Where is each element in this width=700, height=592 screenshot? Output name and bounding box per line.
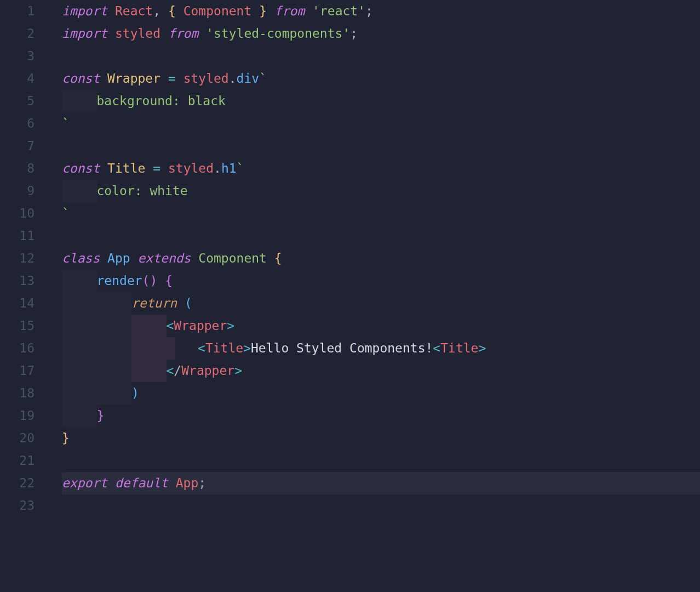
indent-guide (62, 405, 97, 427)
css-property: color: white (97, 184, 188, 198)
class-name: App (107, 251, 130, 265)
line-number: 5 (0, 90, 35, 112)
indent-guide (62, 382, 97, 405)
operator: = (153, 161, 160, 175)
string: 'react' (312, 4, 365, 18)
punctuation: . (214, 161, 221, 175)
code-line[interactable] (62, 494, 700, 517)
indent-guide (97, 360, 132, 382)
line-number: 12 (0, 247, 35, 270)
jsx-punct: < (198, 341, 205, 355)
brace: { (165, 274, 173, 288)
paren: ( (185, 296, 192, 310)
indent-guide (97, 382, 132, 405)
line-number: 20 (0, 427, 35, 449)
keyword-class: class (62, 251, 100, 265)
brace: { (274, 251, 282, 265)
code-line[interactable]: background: black (62, 90, 700, 112)
jsx-punct: / (174, 363, 181, 378)
line-number: 17 (0, 360, 35, 382)
line-number-gutter: 1 2 3 4 5 6 7 8 9 10 11 12 13 14 15 16 1… (0, 0, 47, 517)
method: render (97, 274, 142, 288)
code-editor[interactable]: 1 2 3 4 5 6 7 8 9 10 11 12 13 14 15 16 1… (0, 0, 700, 517)
jsx-text: Hello Styled Components! (251, 341, 433, 355)
code-line[interactable]: </Wrapper> (62, 360, 700, 382)
line-number: 19 (0, 405, 35, 427)
line-number: 6 (0, 112, 35, 135)
indent-guide (97, 315, 132, 337)
jsx-punct: > (234, 363, 242, 378)
jsx-punct: > (478, 341, 486, 355)
component: Component (198, 251, 267, 265)
indent-guide (62, 360, 97, 382)
string: 'styled-components' (206, 26, 350, 41)
line-number: 10 (0, 202, 35, 225)
line-number: 8 (0, 157, 35, 180)
line-number: 1 (0, 0, 35, 22)
paren: ) (131, 386, 139, 400)
code-line[interactable]: ) (62, 382, 700, 405)
code-line[interactable]: } (62, 427, 700, 449)
punctuation: . (229, 71, 237, 86)
brace: { (168, 4, 176, 18)
indent-guide (62, 270, 97, 292)
code-line[interactable]: render() { (62, 270, 700, 292)
indent-guide (62, 337, 97, 360)
indent-guide (97, 337, 132, 360)
identifier: styled (115, 26, 160, 41)
jsx-punct: < (433, 341, 440, 355)
line-number: 21 (0, 449, 35, 472)
indent-guide (62, 90, 97, 112)
backtick: ` (62, 206, 70, 220)
brace: } (97, 408, 105, 423)
code-line[interactable]: <Wrapper> (62, 315, 700, 337)
code-line[interactable] (62, 135, 700, 157)
brace: } (259, 4, 267, 18)
definition: Wrapper (107, 71, 160, 86)
keyword-default: default (115, 476, 168, 490)
keyword-const: const (62, 161, 100, 175)
function: div (237, 71, 260, 86)
line-number: 7 (0, 135, 35, 157)
code-line-active[interactable]: export default App; (62, 472, 700, 494)
line-number: 9 (0, 180, 35, 202)
code-line[interactable]: const Wrapper = styled.div` (62, 67, 700, 90)
line-number: 14 (0, 292, 35, 315)
code-line[interactable]: class App extends Component { (62, 247, 700, 270)
function: h1 (221, 161, 237, 175)
code-line[interactable] (62, 45, 700, 67)
line-number: 22 (0, 472, 35, 494)
identifier: React (115, 4, 153, 18)
keyword-return: return (131, 296, 177, 310)
punctuation: ; (365, 4, 373, 18)
keyword-import: import (62, 26, 107, 41)
code-line[interactable] (62, 225, 700, 247)
code-line[interactable]: return ( (62, 292, 700, 315)
css-property: background: black (97, 94, 226, 108)
code-line[interactable]: <Title>Hello Styled Components!<Title> (62, 337, 700, 360)
indent-guide (62, 292, 97, 315)
code-line[interactable]: ` (62, 112, 700, 135)
indent-guide (131, 337, 167, 360)
code-line[interactable]: import React, { Component } from 'react'… (62, 0, 700, 22)
code-content[interactable]: import React, { Component } from 'react'… (47, 0, 700, 517)
indent-guide (167, 337, 175, 360)
keyword-import: import (62, 4, 107, 18)
code-line[interactable]: } (62, 405, 700, 427)
code-line[interactable]: color: white (62, 180, 700, 202)
code-line[interactable]: const Title = styled.h1` (62, 157, 700, 180)
jsx-punct: > (227, 318, 234, 333)
code-line[interactable] (62, 449, 700, 472)
identifier: styled (168, 161, 214, 175)
identifier: Component (183, 4, 252, 18)
indent-guide (97, 292, 132, 315)
line-number: 23 (0, 494, 35, 517)
code-line[interactable]: import styled from 'styled-components'; (62, 22, 700, 45)
identifier: App (176, 476, 199, 490)
keyword-const: const (62, 71, 100, 86)
indent-guide (131, 360, 167, 382)
line-number: 2 (0, 22, 35, 45)
definition: Title (107, 161, 145, 175)
code-line[interactable]: ` (62, 202, 700, 225)
identifier: styled (183, 71, 229, 86)
